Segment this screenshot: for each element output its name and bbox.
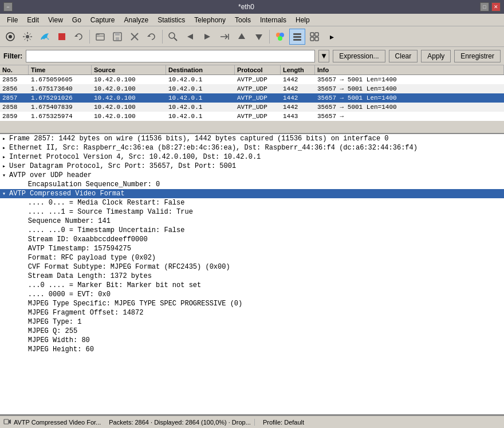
detail-row[interactable]: Ethernet II, Src: Raspberr_4c:36:ea (b8:… (0, 143, 504, 152)
open-file-button[interactable] (92, 29, 108, 45)
detail-row[interactable]: Stream Data Length: 1372 bytes (0, 272, 504, 281)
menu-view[interactable]: View (44, 15, 68, 25)
stop-capture-button[interactable] (54, 29, 70, 45)
detail-row[interactable]: MJPEG Type Specific: MJPEG TYPE SPEC PRO… (0, 299, 504, 308)
menu-edit[interactable]: Edit (22, 15, 44, 25)
start-capture-button[interactable] (37, 29, 53, 45)
menu-internals[interactable]: Internals (255, 15, 291, 25)
close-file-button[interactable] (127, 29, 143, 45)
detail-row[interactable]: MJPEG Type: 1 (0, 317, 504, 327)
close-button[interactable]: ✕ (491, 2, 501, 11)
cell-no: 2859 (0, 112, 29, 120)
detail-row[interactable]: MJPEG Q: 255 (0, 327, 504, 336)
prev-item-button[interactable] (234, 29, 250, 45)
packet-row[interactable]: 2858 1.675407839 10.42.0.100 10.42.0.1 A… (0, 103, 504, 112)
svg-line-14 (174, 38, 177, 41)
menu-tools[interactable]: Tools (230, 15, 255, 25)
filter-label: Filter: (3, 52, 22, 60)
restart-icon (74, 32, 84, 42)
byte-view-icon (309, 32, 320, 42)
detail-row[interactable]: Frame 2857: 1442 bytes on wire (11536 bi… (0, 134, 504, 143)
cell-no: 2856 (0, 85, 29, 93)
forward-arrow-icon (202, 32, 212, 42)
detail-row[interactable]: AVTP Compressed Video Format (0, 189, 504, 198)
minimize-button[interactable]: − (3, 2, 13, 11)
clear-filter-button[interactable]: Clear (389, 50, 418, 62)
svg-point-2 (26, 35, 29, 38)
svg-rect-26 (310, 33, 314, 36)
detail-row[interactable]: Encapsulation Sequence_Number: 0 (0, 180, 504, 189)
capture-interfaces-button[interactable] (2, 29, 18, 45)
shark-icon (40, 32, 50, 42)
svg-point-13 (169, 33, 175, 38)
save-icon (112, 32, 123, 42)
svg-point-22 (278, 36, 282, 41)
colorize-button[interactable] (272, 29, 288, 45)
menu-telephony[interactable]: Telephony (190, 15, 230, 25)
detail-row[interactable]: CVF Format Subtype: MJPEG Format (RFC243… (0, 262, 504, 272)
save-file-button[interactable] (109, 29, 125, 45)
detail-row[interactable]: MJPEG Fragment Offset: 14872 (0, 308, 504, 317)
detail-row[interactable]: Sequence Number: 141 (0, 217, 504, 226)
cell-len: 1442 (281, 85, 315, 93)
svg-rect-30 (4, 419, 9, 424)
svg-rect-24 (293, 36, 301, 38)
find-packet-button[interactable] (165, 29, 181, 45)
packet-row[interactable]: 2855 1.675059605 10.42.0.100 10.42.0.1 A… (0, 75, 504, 84)
reload-file-button[interactable] (144, 29, 160, 45)
detail-row[interactable]: .... ...1 = Source Timestamp Valid: True (0, 207, 504, 217)
jump-button[interactable] (216, 29, 233, 45)
capture-options-button[interactable] (19, 29, 36, 45)
menu-file[interactable]: File (2, 15, 22, 25)
detail-row[interactable]: Format: RFC payload type (0x02) (0, 253, 504, 262)
packet-list-view-button[interactable] (289, 29, 305, 45)
status-icon-1 (3, 418, 11, 427)
detail-row[interactable]: Internet Protocol Version 4, Src: 10.42.… (0, 152, 504, 162)
byte-view-button[interactable] (306, 29, 322, 45)
detail-row[interactable]: .... 0... = Media Clock Restart: False (0, 198, 504, 207)
maximize-button[interactable]: □ (480, 2, 489, 11)
detail-row[interactable]: .... 0000 = EVT: 0x0 (0, 290, 504, 299)
more-button[interactable]: ▸ (324, 29, 340, 45)
detail-row[interactable]: AVTP Timestamp: 157594275 (0, 244, 504, 253)
toolbar-separator-2 (162, 30, 163, 44)
menu-capture[interactable]: Capture (86, 15, 120, 25)
filter-input[interactable] (26, 50, 315, 62)
filter-dropdown-button[interactable]: ▼ (318, 50, 329, 62)
apply-filter-button[interactable]: Apply (421, 50, 451, 62)
prev-packet-button[interactable] (182, 29, 198, 45)
svg-marker-15 (187, 34, 193, 40)
open-icon (95, 32, 105, 42)
detail-row[interactable]: AVTP over UDP header (0, 171, 504, 180)
restart-capture-button[interactable] (71, 29, 87, 45)
title-bar: − *eth0 □ ✕ (0, 0, 504, 14)
detail-row[interactable]: ...0 .... = Marker Bit: Marker bit not s… (0, 281, 504, 290)
col-header-proto: Protocol (235, 65, 281, 74)
next-item-button[interactable] (251, 29, 267, 45)
detail-row[interactable]: Stream ID: 0xaabbccddeeff0000 (0, 235, 504, 244)
interface-icon (5, 32, 15, 42)
expression-button[interactable]: Expression... (333, 50, 385, 62)
packet-row[interactable]: 2859 1.675325974 10.42.0.100 10.42.0.1 A… (0, 112, 504, 121)
status-item-2: Packets: 2864 · Displayed: 2864 (100,0%)… (105, 419, 255, 426)
packet-row[interactable]: 2856 1.675173640 10.42.0.100 10.42.0.1 A… (0, 84, 504, 93)
status-item-3: Profile: Default (259, 419, 308, 426)
svg-rect-9 (116, 37, 119, 40)
detail-row[interactable]: User Datagram Protocol, Src Port: 35657,… (0, 162, 504, 171)
menu-help[interactable]: Help (291, 15, 314, 25)
detail-row[interactable]: .... ...0 = Timestamp Uncertain: False (0, 226, 504, 235)
save-filter-button[interactable]: Enregistrer (454, 50, 501, 62)
up-arrow-icon (237, 32, 247, 42)
stop-icon (57, 32, 67, 42)
packet-row[interactable]: 2857 1.675291026 10.42.0.100 10.42.0.1 A… (0, 93, 504, 103)
menu-statistics[interactable]: Statistics (153, 15, 190, 25)
col-header-len: Length (281, 65, 315, 74)
svg-marker-16 (204, 34, 210, 40)
next-packet-button[interactable] (199, 29, 215, 45)
menu-go[interactable]: Go (68, 15, 86, 25)
cell-time: 1.675173640 (29, 85, 92, 93)
cell-len: 1442 (281, 76, 315, 84)
detail-row[interactable]: MJPEG Width: 80 (0, 336, 504, 345)
menu-analyze[interactable]: Analyze (120, 15, 153, 25)
detail-row[interactable]: MJPEG Height: 60 (0, 345, 504, 354)
